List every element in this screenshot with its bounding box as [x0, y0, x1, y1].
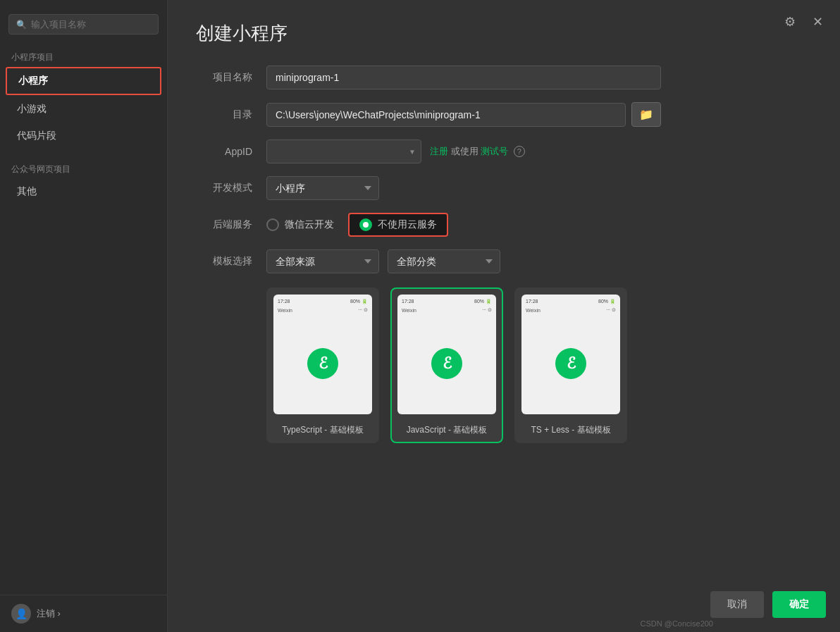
phone-mockup-ts-less: 17:28 80% 🔋 Weixin ··· ⊙ ℰ [521, 295, 620, 414]
phone-content-ts-less: ℰ [526, 317, 616, 410]
backend-radio-group: 微信云开发 不使用云服务 [266, 213, 661, 237]
template-dropdowns: 全部来源 全部分类 [266, 249, 661, 273]
appid-input[interactable] [266, 140, 421, 163]
settings-button[interactable]: ⚙ [782, 11, 798, 32]
sidebar-item-miniprogram[interactable]: 小程序 [6, 67, 161, 95]
appid-or-label: 或使用 [451, 146, 478, 156]
phone-signal-ts-less: 80% 🔋 [598, 299, 616, 304]
template-label-ts-less: TS + Less - 基础模板 [516, 420, 626, 442]
wechat-symbol-ts-less: ℰ [567, 356, 576, 371]
phone-nav-icons-ts: ··· ⊙ [358, 307, 368, 313]
phone-content-ts: ℰ [278, 317, 368, 410]
dir-input-row: 📁 [266, 102, 661, 127]
appid-inner-row: ▼ 注册 或使用 测试号 ? [266, 140, 661, 163]
search-icon: 🔍 [16, 20, 27, 30]
template-card-ts[interactable]: 17:28 80% 🔋 Weixin ··· ⊙ ℰ TypeScript - … [266, 287, 379, 443]
phone-nav-bar-js: Weixin ··· ⊙ [402, 307, 492, 313]
search-input[interactable] [31, 19, 151, 30]
template-cards: 17:28 80% 🔋 Weixin ··· ⊙ ℰ TypeScript - … [266, 287, 661, 443]
template-label-ts: TypeScript - 基础模板 [268, 420, 378, 442]
wechat-logo-js: ℰ [431, 348, 462, 379]
appid-input-wrapper: ▼ [266, 140, 421, 163]
close-button[interactable]: ✕ [810, 11, 826, 32]
backend-cloud-label: 微信云开发 [285, 218, 334, 231]
app-container: 🔍 小程序项目 小程序 小游戏 代码片段 公众号网页项目 其他 👤 注销 › ⚙… [0, 0, 840, 632]
phone-time-ts-less: 17:28 [526, 299, 538, 304]
wechat-symbol-ts: ℰ [319, 356, 328, 371]
template-category-select[interactable]: 全部分类 [388, 249, 500, 273]
template-card-ts-less[interactable]: 17:28 80% 🔋 Weixin ··· ⊙ ℰ TS + Less - 基… [514, 287, 627, 443]
template-row: 模板选择 全部来源 全部分类 [196, 249, 812, 273]
template-source-select[interactable]: 全部来源 [266, 249, 379, 273]
phone-time-ts: 17:28 [278, 299, 290, 304]
create-form: 项目名称 目录 📁 AppID [196, 66, 812, 273]
backend-label: 后端服务 [196, 218, 252, 231]
cancel-button[interactable]: 取消 [710, 591, 764, 618]
appid-testid-link2[interactable]: 测试号 [481, 146, 508, 156]
phone-nav-icons-js: ··· ⊙ [482, 307, 492, 313]
sidebar-section-title: 小程序项目 [0, 46, 167, 66]
appid-label: AppID [196, 146, 252, 157]
devmode-control: 小程序 [266, 176, 661, 200]
backend-row: 后端服务 微信云开发 不使用云服务 [196, 213, 812, 237]
backend-nocloud-radio[interactable] [359, 218, 372, 231]
phone-mockup-ts: 17:28 80% 🔋 Weixin ··· ⊙ ℰ [273, 295, 372, 414]
sidebar-item-other[interactable]: 其他 [6, 179, 161, 204]
dir-control: 📁 [266, 102, 661, 127]
phone-nav-bar-ts: Weixin ··· ⊙ [278, 307, 368, 313]
wechat-symbol-js: ℰ [443, 356, 452, 371]
wechat-logo-ts: ℰ [307, 348, 338, 379]
project-name-input[interactable] [266, 66, 661, 89]
phone-status-bar-js: 17:28 80% 🔋 [402, 299, 492, 304]
dir-row: 目录 📁 [196, 102, 812, 127]
dir-browse-button[interactable]: 📁 [631, 102, 661, 127]
phone-status-bar-ts: 17:28 80% 🔋 [278, 299, 368, 304]
phone-nav-bar-ts-less: Weixin ··· ⊙ [526, 307, 616, 313]
avatar-icon: 👤 [16, 608, 27, 619]
phone-time-js: 17:28 [402, 299, 414, 304]
watermark: CSDN @Concise200 [641, 619, 714, 628]
phone-title-ts-less: Weixin [526, 308, 541, 313]
backend-control: 微信云开发 不使用云服务 [266, 213, 661, 237]
top-right-icons: ⚙ ✕ [782, 11, 826, 32]
logout-button[interactable]: 注销 › [37, 607, 61, 620]
template-control: 全部来源 全部分类 [266, 249, 661, 273]
sidebar-section2-title: 公众号网页项目 [0, 158, 167, 178]
search-box[interactable]: 🔍 [8, 14, 159, 35]
phone-content-js: ℰ [402, 317, 492, 410]
backend-nocloud-label: 不使用云服务 [378, 218, 437, 231]
devmode-label: 开发模式 [196, 182, 252, 194]
appid-links: 注册 或使用 测试号 ? [430, 145, 525, 158]
template-card-js[interactable]: 17:28 80% 🔋 Weixin ··· ⊙ ℰ JavaScript - … [390, 287, 503, 443]
folder-icon: 📁 [639, 109, 653, 120]
dir-input[interactable] [266, 103, 626, 127]
sidebar-item-minigame[interactable]: 小游戏 [6, 97, 161, 122]
confirm-button[interactable]: 确定 [772, 591, 826, 618]
project-name-control [266, 66, 661, 89]
sidebar-item-snippet[interactable]: 代码片段 [6, 123, 161, 149]
phone-status-bar-ts-less: 17:28 80% 🔋 [526, 299, 616, 304]
phone-signal-ts: 80% 🔋 [350, 299, 368, 304]
phone-title-js: Weixin [402, 308, 416, 313]
devmode-select[interactable]: 小程序 [266, 176, 379, 200]
appid-row: AppID ▼ 注册 或使用 测试号 ? [196, 140, 812, 163]
backend-nocloud-option[interactable]: 不使用云服务 [348, 213, 448, 237]
template-label: 模板选择 [196, 255, 252, 268]
template-label-js: JavaScript - 基础模板 [392, 420, 502, 442]
backend-cloud-option[interactable]: 微信云开发 [266, 218, 334, 231]
sidebar: 🔍 小程序项目 小程序 小游戏 代码片段 公众号网页项目 其他 👤 注销 › [0, 0, 168, 632]
devmode-row: 开发模式 小程序 [196, 176, 812, 200]
phone-mockup-js: 17:28 80% 🔋 Weixin ··· ⊙ ℰ [397, 295, 496, 414]
footer-buttons: 取消 确定 [710, 591, 826, 618]
backend-cloud-radio[interactable] [266, 218, 279, 231]
appid-register-link[interactable]: 注册 [430, 146, 448, 156]
main-content: ⚙ ✕ 创建小程序 项目名称 目录 📁 [168, 0, 840, 632]
phone-nav-icons-ts-less: ··· ⊙ [606, 307, 616, 313]
wechat-logo-ts-less: ℰ [555, 348, 586, 379]
sidebar-bottom: 👤 注销 › [0, 595, 167, 632]
help-icon[interactable]: ? [514, 146, 525, 157]
phone-title-ts: Weixin [278, 308, 292, 313]
appid-dropdown-arrow[interactable]: ▼ [409, 148, 416, 156]
appid-control: ▼ 注册 或使用 测试号 ? [266, 140, 661, 163]
phone-signal-js: 80% 🔋 [474, 299, 492, 304]
